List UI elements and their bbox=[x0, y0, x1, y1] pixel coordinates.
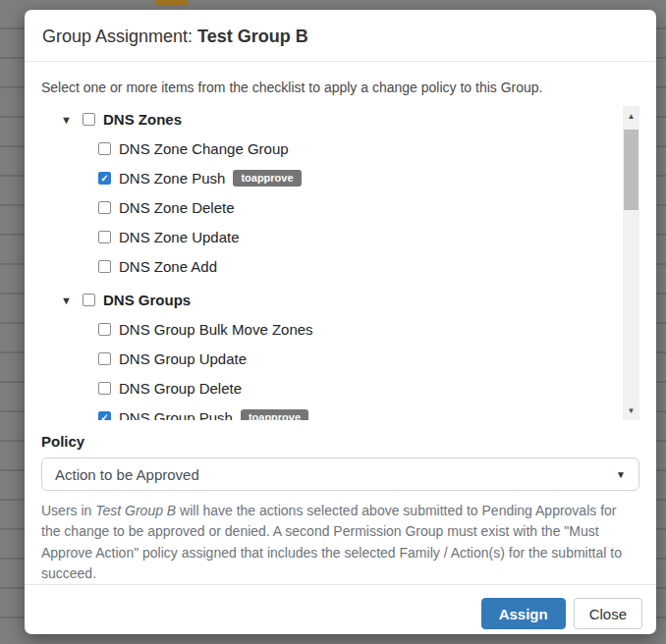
checklist-item: ✓ DNS Zone Push toapprove bbox=[41, 168, 639, 188]
group-checkbox[interactable]: ✓ bbox=[83, 113, 95, 126]
policy-help-text: Users in Test Group B will have the acti… bbox=[41, 501, 632, 584]
modal-footer: Assign Close bbox=[25, 584, 656, 642]
scroll-down-button[interactable]: ▼ bbox=[623, 402, 639, 419]
item-label: DNS Group Delete bbox=[119, 380, 242, 397]
item-checkbox[interactable]: ✓ bbox=[98, 142, 111, 155]
group-checkbox[interactable]: ✓ bbox=[83, 294, 95, 306]
checklist-item: ✓ DNS Group Bulk Move Zones bbox=[41, 319, 639, 340]
item-checkbox-checked[interactable]: ✓ bbox=[98, 172, 111, 185]
close-button[interactable]: Close bbox=[574, 598, 642, 629]
collapse-caret-icon[interactable]: ▼ bbox=[61, 295, 76, 306]
toapprove-badge: toapprove bbox=[241, 409, 308, 420]
item-label: DNS Group Push bbox=[119, 409, 233, 420]
collapse-caret-icon[interactable]: ▼ bbox=[61, 114, 76, 126]
item-checkbox-checked[interactable]: ✓ bbox=[98, 411, 111, 420]
checklist-item: ✓ DNS Group Update bbox=[41, 349, 639, 369]
scroll-up-button[interactable]: ▲ bbox=[623, 107, 639, 125]
modal-body: Select one or more items from the checkl… bbox=[25, 62, 656, 584]
policy-label: Policy bbox=[41, 433, 639, 450]
checklist: ▼ ✓ DNS Zones ✓ DNS Zone Change Group ✓ … bbox=[41, 106, 639, 420]
item-label: DNS Zone Change Group bbox=[119, 140, 289, 157]
item-label: DNS Group Update bbox=[119, 350, 247, 367]
toapprove-badge: toapprove bbox=[233, 170, 301, 187]
modal-header: Group Assignment: Test Group B bbox=[25, 10, 656, 62]
item-checkbox[interactable]: ✓ bbox=[98, 352, 111, 365]
checklist-item: ✓ DNS Group Delete bbox=[41, 378, 639, 399]
group-label: DNS Groups bbox=[103, 292, 191, 308]
item-label: DNS Zone Update bbox=[119, 229, 240, 245]
background-button-fragment bbox=[155, 0, 188, 6]
scrollbar-thumb[interactable] bbox=[624, 130, 638, 210]
item-checkbox[interactable]: ✓ bbox=[98, 323, 111, 336]
checklist-item: ✓ DNS Zone Delete bbox=[41, 197, 639, 218]
checklist-group-dns-zones: ▼ ✓ DNS Zones bbox=[41, 109, 639, 130]
dimmed-page-backdrop: Group Assignment: Test Group B Select on… bbox=[0, 0, 666, 644]
checklist-item: ✓ DNS Zone Add bbox=[41, 256, 639, 277]
item-label: DNS Zone Add bbox=[119, 258, 217, 275]
item-checkbox[interactable]: ✓ bbox=[98, 201, 111, 214]
help-group-name: Test Group B bbox=[95, 503, 176, 518]
item-label: DNS Zone Push bbox=[119, 170, 225, 187]
checklist-item: ✓ DNS Zone Change Group bbox=[41, 138, 639, 159]
item-checkbox[interactable]: ✓ bbox=[98, 382, 111, 395]
item-label: DNS Group Bulk Move Zones bbox=[119, 321, 313, 338]
instruction-text: Select one or more items from the checkl… bbox=[41, 80, 639, 95]
item-checkbox[interactable]: ✓ bbox=[98, 260, 111, 273]
item-label: DNS Zone Delete bbox=[119, 199, 235, 216]
checklist-scroll-area[interactable]: ▼ ✓ DNS Zones ✓ DNS Zone Change Group ✓ … bbox=[41, 106, 639, 420]
checklist-item: ✓ DNS Zone Update bbox=[41, 227, 639, 247]
scrollbar[interactable]: ▲ ▼ bbox=[623, 106, 639, 420]
policy-select[interactable]: Action to be Approved ▼ bbox=[41, 457, 639, 491]
select-caret-icon: ▼ bbox=[616, 469, 626, 480]
policy-selected-value: Action to be Approved bbox=[55, 466, 199, 483]
item-checkbox[interactable]: ✓ bbox=[98, 231, 111, 243]
group-label: DNS Zones bbox=[103, 111, 182, 128]
modal-title: Group Assignment: bbox=[42, 27, 193, 46]
group-assignment-modal: Group Assignment: Test Group B Select on… bbox=[25, 10, 656, 634]
assign-button[interactable]: Assign bbox=[481, 598, 566, 629]
modal-title-group-name: Test Group B bbox=[197, 27, 308, 46]
checklist-item: ✓ DNS Group Push toapprove bbox=[41, 407, 639, 420]
checklist-group-dns-groups: ▼ ✓ DNS Groups bbox=[41, 290, 639, 310]
